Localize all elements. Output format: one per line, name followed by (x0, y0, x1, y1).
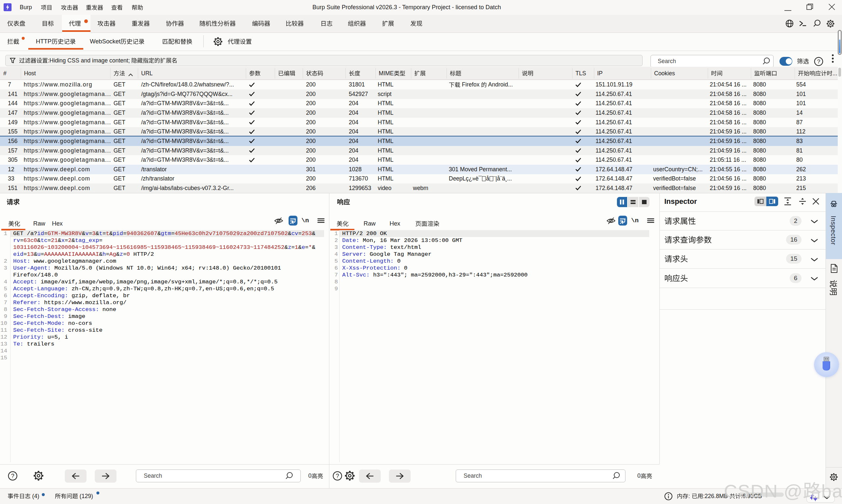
svg-text:?: ? (11, 473, 14, 479)
svg-text:?: ? (817, 58, 820, 65)
svg-text:?: ? (336, 473, 339, 479)
